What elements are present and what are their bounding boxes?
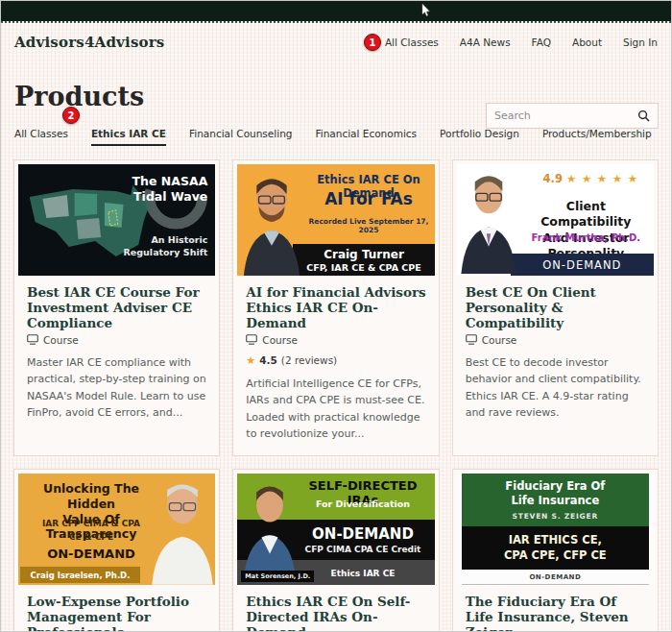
course-thumbnail[interactable]: The NASAATidal Wave An HistoricRegulator… xyxy=(18,164,215,276)
course-thumbnail[interactable]: Unlocking The HiddenValue Of Transparenc… xyxy=(18,474,215,585)
tab-financial-economics[interactable]: Financial Economics xyxy=(315,128,417,146)
hero-title: The NASAATidal Wave xyxy=(132,174,208,204)
top-dark-strip xyxy=(1,1,671,21)
course-rating: ★ 4.5 (2 reviews) xyxy=(246,354,425,367)
course-card-nasaa[interactable]: The NASAATidal Wave An HistoricRegulator… xyxy=(13,159,220,456)
course-thumbnail[interactable]: 4.9 ★ ★ ★ ★ ★ Client CompatibilityAnd In… xyxy=(457,164,654,276)
course-icon xyxy=(466,334,477,345)
course-type: Course xyxy=(27,334,206,346)
main-content: Products All Classes Ethics IAR CE Finan… xyxy=(1,82,671,146)
search-input[interactable] xyxy=(494,109,637,122)
annotation-badge-2: 2 xyxy=(62,107,80,124)
hero-speaker-name: Mat Sorensen, J.D. xyxy=(241,571,314,582)
hero-subtitle: An HistoricRegulatory Shift xyxy=(124,234,208,258)
hero-on-demand: ON-DEMAND xyxy=(295,525,430,543)
course-thumbnail[interactable]: SELF-DIRECTED IRAs For Diversification O… xyxy=(237,474,434,585)
hero-green-band: Fiduciary Era OfLife Insurance STEVEN S.… xyxy=(462,474,649,526)
tab-financial-counseling[interactable]: Financial Counseling xyxy=(189,128,292,146)
speaker-photo xyxy=(239,477,300,585)
course-icon xyxy=(246,334,257,345)
course-description: Master IAR CE compliance with practical,… xyxy=(27,354,206,422)
course-title[interactable]: Low-Expense Portfolio Management For Pro… xyxy=(27,595,206,632)
course-grid: The NASAATidal Wave An HistoricRegulator… xyxy=(13,159,659,632)
course-description: Best CE to decode investor behavior and … xyxy=(466,354,645,422)
course-title[interactable]: AI for Financial Advisors Ethics IAR CE … xyxy=(246,285,425,331)
nav-sign-in[interactable]: Sign In xyxy=(623,36,658,48)
hero-title: Client CompatibilityAnd Investor Persona… xyxy=(520,199,652,261)
nav-all-classes[interactable]: All Classes xyxy=(385,36,439,48)
course-title[interactable]: Ethics IAR CE On Self-Directed IRAs On-D… xyxy=(246,595,425,632)
hero-credits: IAR CFP CIMA & CPACE & CPE xyxy=(24,518,158,544)
hero-on-demand: ON-DEMAND xyxy=(462,570,649,585)
hero-date: Recorded Live September 17, 2025 xyxy=(306,217,430,234)
course-card-fiduciary-life-insurance[interactable]: Fiduciary Era OfLife Insurance STEVEN S.… xyxy=(452,469,659,632)
search-box xyxy=(486,103,659,129)
course-icon xyxy=(27,334,38,345)
hero-credits: CFP CIMA CPA CE Credit xyxy=(295,545,430,554)
course-type: Course xyxy=(466,334,645,346)
nav-faq[interactable]: FAQ xyxy=(532,36,551,48)
top-nav: 1 All Classes A4A News FAQ About Sign In xyxy=(364,34,658,51)
tab-all-classes[interactable]: All Classes xyxy=(14,128,68,146)
page: Advisors4Advisors 1 All Classes A4A News… xyxy=(0,0,672,632)
star-icon: ★ xyxy=(246,354,255,367)
course-title[interactable]: Best IAR CE Course For Investment Advise… xyxy=(27,285,206,331)
tab-ethics-iar-ce[interactable]: Ethics IAR CE xyxy=(91,128,166,146)
hero-speaker-name: STEVEN S. ZEIGER xyxy=(513,512,599,521)
site-logo[interactable]: Advisors4Advisors xyxy=(14,34,165,51)
mouse-cursor-icon xyxy=(420,4,430,18)
hero-rating: 4.9 ★ ★ ★ ★ ★ xyxy=(532,172,650,185)
annotation-badge-1: 1 xyxy=(364,34,381,51)
hero-title: AI for FAs xyxy=(306,189,430,208)
speaker-photo xyxy=(237,168,306,276)
on-demand-band: ON-DEMAND xyxy=(511,254,654,276)
course-title[interactable]: The Fiduciary Era Of Life Insurance, Ste… xyxy=(466,595,645,632)
nav-a4a-news[interactable]: A4A News xyxy=(460,36,511,48)
speaker-photo xyxy=(457,166,520,276)
stars-icon: ★ ★ ★ ★ ★ xyxy=(566,172,638,185)
course-card-transparency[interactable]: Unlocking The HiddenValue Of Transparenc… xyxy=(13,469,220,632)
speaker-photo xyxy=(150,475,215,585)
course-title[interactable]: Best CE On Client Personality & Compatib… xyxy=(466,285,645,331)
nav-about[interactable]: About xyxy=(572,36,602,48)
course-description: Artificial Intelligence CE for CFPs, IAR… xyxy=(246,376,425,443)
hero-subtitle: For Diversification xyxy=(295,498,430,509)
tab-products-membership[interactable]: Products/Membership xyxy=(542,128,652,146)
course-card-ai-for-fas[interactable]: Ethics IAR CE On Demand AI for FAs Recor… xyxy=(232,159,439,456)
hero-ethics-label: Ethics IAR CE xyxy=(295,569,430,578)
site-header: Advisors4Advisors 1 All Classes A4A News… xyxy=(1,21,671,61)
hero-speaker-name: Frank Murtha, Ph.D. xyxy=(520,232,652,243)
course-type: Course xyxy=(246,334,425,346)
tab-portfolio-design[interactable]: Portfolio Design xyxy=(440,128,519,146)
search-icon[interactable] xyxy=(637,109,650,122)
course-card-client-compatibility[interactable]: 4.9 ★ ★ ★ ★ ★ Client CompatibilityAnd In… xyxy=(452,159,659,456)
hero-on-demand: ON-DEMAND xyxy=(24,547,158,561)
category-tabs: All Classes Ethics IAR CE Financial Coun… xyxy=(14,128,658,146)
hero-speaker-band: Craig Israelsen, Ph.D. xyxy=(20,567,140,583)
course-thumbnail[interactable]: Ethics IAR CE On Demand AI for FAs Recor… xyxy=(237,164,434,276)
hero-credits-band: IAR ETHICS CE,CPA CPE, CFP CE xyxy=(462,526,649,570)
course-card-self-directed-iras[interactable]: SELF-DIRECTED IRAs For Diversification O… xyxy=(232,469,439,632)
course-thumbnail[interactable]: Fiduciary Era OfLife Insurance STEVEN S.… xyxy=(457,474,654,585)
hero-speaker-band: Craig Turner CFP, IAR CE & CPA CPE xyxy=(293,244,434,276)
